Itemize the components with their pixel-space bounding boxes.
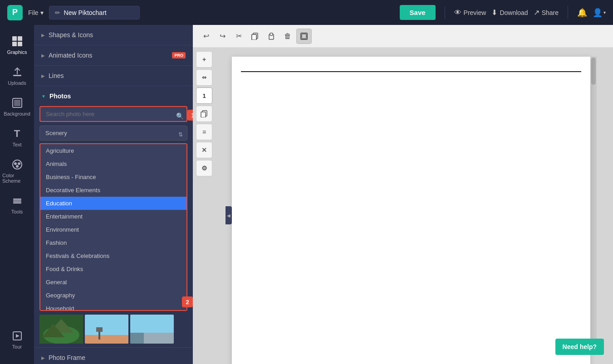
expand-button[interactable]: ⇔ [196,69,212,86]
icon-sidebar: Graphics Uploads Background T Text [0,25,34,364]
preview-icon: 👁 [454,9,461,17]
photo-thumb-2[interactable] [85,315,128,344]
collapse-panel-button[interactable]: ◀ [226,206,232,224]
title-text: New Piktochart [64,9,107,16]
undo-button[interactable]: ↩ [198,29,214,44]
uploads-icon [11,66,24,78]
color-scheme-icon [11,158,24,171]
redo-button[interactable]: ↪ [215,29,230,44]
photo-thumb-1[interactable] [39,315,83,344]
dropdown-item-agriculture[interactable]: Agriculture [40,144,186,157]
sidebar-item-text[interactable]: T Text [0,122,34,153]
svg-rect-11 [13,199,21,200]
background-icon [11,97,24,109]
sidebar-item-color-scheme[interactable]: Color Scheme [0,153,34,189]
svg-rect-1 [18,36,22,41]
left-tools: + ⇔ 1 ≡ ✕ ⚙ [193,48,216,364]
share-icon: ↗ [534,8,539,17]
svg-rect-31 [270,33,273,35]
copy-button[interactable] [247,29,263,44]
toolbar: ↩ ↪ ✂ 🗑 [193,25,613,48]
dropdown-item-household[interactable]: Household [40,302,186,311]
dropdown-item-environment[interactable]: Environment [40,223,186,236]
svg-rect-13 [13,202,21,204]
text-label: Text [12,142,21,147]
tools-label: Tools [11,209,23,214]
need-help-button[interactable]: Need help? [555,339,604,355]
photos-header[interactable]: ▼ Photos [34,86,193,106]
panel-sidebar: ▶ Shapes & Icons ▶ Animated Icons PRO ▶ … [34,25,193,364]
dropdown-item-animals[interactable]: Animals [40,157,186,170]
svg-rect-29 [252,34,256,40]
file-menu[interactable]: File ▾ [28,9,44,16]
share-button[interactable]: ↗ Share [534,8,559,17]
sidebar-item-tour[interactable]: Tour [0,324,34,355]
notifications-button[interactable]: 🔔 [577,8,587,18]
paste-button[interactable] [264,29,279,44]
category-dropdown-list[interactable]: Agriculture Animals Business - Finance D… [39,143,187,311]
dropdown-item-business-finance[interactable]: Business - Finance [40,170,186,184]
photo-thumbnails [34,311,193,347]
dropdown-item-fashion[interactable]: Fashion [40,236,186,249]
icon-sidebar-bottom: Tour [0,324,34,359]
divider-1 [445,6,445,19]
shapes-icons-section: ▶ Shapes & Icons [34,25,193,45]
svg-rect-33 [302,34,306,39]
tools-icon [11,194,24,207]
sidebar-item-graphics[interactable]: Graphics [0,29,34,60]
canvas-scroll[interactable]: + ⇔ 1 ≡ ✕ ⚙ ◀ [193,48,613,364]
svg-point-10 [16,165,19,168]
photo-thumb-3[interactable] [130,315,174,344]
canvas-scrollbar[interactable] [590,57,597,355]
dropdown-item-food-drinks[interactable]: Food & Drinks [40,262,186,276]
dropdown-item-geography[interactable]: Geography [40,289,186,302]
photos-label: Photos [49,92,71,100]
search-icon[interactable]: 🔍 [176,112,184,120]
shapes-arrow-icon: ▶ [41,33,45,38]
page-settings-button[interactable]: ⚙ [196,160,212,176]
add-page-button[interactable]: + [196,51,212,68]
app-logo[interactable]: P [7,5,23,20]
canvas-content[interactable]: ◀ [232,57,590,364]
animated-icons-header[interactable]: ▶ Animated Icons PRO [34,45,193,65]
tour-icon [11,330,24,342]
photo-frame-section[interactable]: ▶ Photo Frame [34,347,193,364]
share-label: Share [542,9,559,16]
cut-button[interactable]: ✂ [231,29,246,44]
pencil-icon: ✏ [55,9,60,16]
save-button[interactable]: Save [400,5,436,20]
lines-arrow-icon: ▶ [41,73,45,78]
pro-badge: PRO [172,52,186,58]
frame-button[interactable] [296,29,312,44]
delete-button[interactable]: 🗑 [280,29,295,44]
svg-rect-0 [12,36,17,41]
dropdown-item-festivals[interactable]: Festivals & Celebrations [40,249,186,262]
lines-header[interactable]: ▶ Lines [34,66,193,86]
document-title[interactable]: ✏ New Piktochart [49,6,140,19]
svg-point-9 [18,162,20,165]
notes-button[interactable]: ≡ [196,124,212,140]
dropdown-item-general[interactable]: General [40,276,186,289]
sidebar-item-uploads[interactable]: Uploads [0,60,34,91]
category-select[interactable]: Scenery [39,126,187,141]
canvas-line [241,71,581,72]
dropdown-item-education[interactable]: Education [40,197,186,210]
preview-button[interactable]: 👁 Preview [454,9,486,17]
search-input[interactable] [39,106,187,122]
search-wrapper: 🔍 1 [34,106,193,126]
remove-button[interactable]: ✕ [196,142,212,158]
download-button[interactable]: ⬇ Download [491,8,528,17]
user-menu[interactable]: 👤 ▾ [593,8,606,18]
canvas-area: ↩ ↪ ✂ 🗑 [193,25,613,364]
file-arrow-icon: ▾ [40,9,44,16]
shapes-icons-header[interactable]: ▶ Shapes & Icons [34,25,193,45]
logo-icon: P [12,8,18,17]
svg-rect-12 [13,200,21,202]
graphics-label: Graphics [7,49,27,55]
dropdown-item-decorative-elements[interactable]: Decorative Elements [40,184,186,197]
photos-section: ▼ Photos 🔍 1 Scenery ⇅ Agriculture [34,86,193,364]
sidebar-item-background[interactable]: Background [0,91,34,122]
duplicate-button[interactable] [196,106,212,122]
sidebar-item-tools[interactable]: Tools [0,189,34,220]
dropdown-item-entertainment[interactable]: Entertainment [40,210,186,223]
